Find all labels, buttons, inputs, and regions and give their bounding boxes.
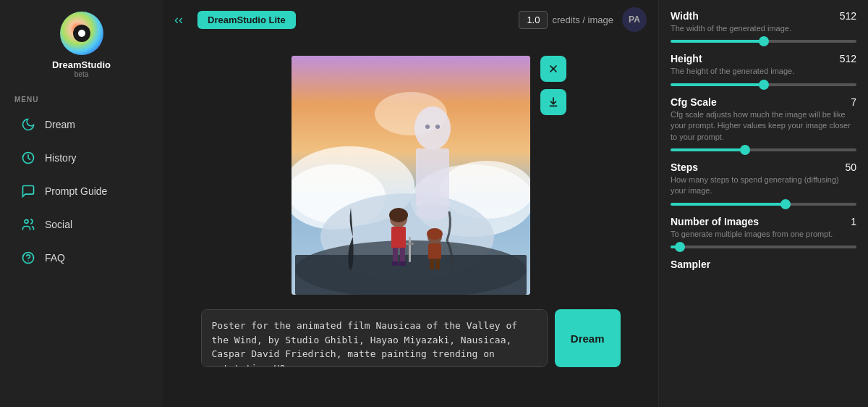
svg-point-14 <box>425 125 430 129</box>
credits-label: credits / image <box>552 14 613 25</box>
svg-rect-24 <box>399 261 406 266</box>
sidebar-item-social[interactable]: Social <box>6 209 157 240</box>
cfg-scale-slider[interactable] <box>671 148 856 151</box>
dream-button[interactable]: Dream <box>555 309 621 367</box>
cfg-scale-value: 7 <box>851 96 856 108</box>
generated-image <box>292 56 530 295</box>
width-control: Width 512 The width of the generated ima… <box>671 10 856 43</box>
svg-point-15 <box>435 125 440 129</box>
num-images-desc: To generate multiple images from one pro… <box>671 229 856 240</box>
people-icon <box>20 217 36 232</box>
app-name: DreamStudio <box>52 59 111 70</box>
svg-point-13 <box>416 203 449 220</box>
moon-icon <box>20 117 36 133</box>
header-right: 1.0 credits / image PA <box>519 7 647 32</box>
num-images-value: 1 <box>851 216 856 227</box>
main-header: ‹‹ DreamStudio Lite 1.0 credits / image … <box>163 0 658 39</box>
svg-rect-31 <box>435 259 440 269</box>
svg-rect-29 <box>428 243 441 259</box>
close-image-button[interactable] <box>540 56 566 82</box>
cfg-scale-control: Cfg Scale 7 Cfg scale adjusts how much t… <box>671 96 856 151</box>
prompt-input[interactable]: Poster for the animated film Nausicaa of… <box>201 309 548 367</box>
svg-rect-12 <box>416 148 449 206</box>
svg-point-28 <box>427 228 443 240</box>
credits-display: 1.0 credits / image <box>519 11 613 29</box>
image-container <box>292 56 530 295</box>
steps-control: Steps 50 How many steps to spend generat… <box>671 161 856 206</box>
logo-area: DreamStudio beta <box>0 0 163 87</box>
app-title: DreamStudio Lite <box>197 11 296 29</box>
main-content: ‹‹ DreamStudio Lite 1.0 credits / image … <box>163 0 658 407</box>
right-panel: Width 512 The width of the generated ima… <box>658 0 868 407</box>
height-control: Height 512 The height of the generated i… <box>671 53 856 85</box>
sidebar: DreamStudio beta MENU Dream History Prom… <box>0 0 163 407</box>
height-slider[interactable] <box>671 83 856 86</box>
sampler-control: Sampler <box>671 259 856 270</box>
width-value: 512 <box>840 10 856 22</box>
sampler-label: Sampler <box>671 259 710 270</box>
svg-point-1 <box>25 219 28 223</box>
sidebar-item-dream[interactable]: Dream <box>6 109 157 140</box>
svg-point-19 <box>389 208 408 222</box>
logo-icon <box>60 12 103 55</box>
history-nav-label: History <box>45 152 77 164</box>
image-area: Poster for the animated film Nausicaa of… <box>174 9 647 398</box>
svg-rect-30 <box>430 259 434 269</box>
sidebar-item-faq[interactable]: FAQ <box>6 243 157 273</box>
steps-value: 50 <box>845 161 856 173</box>
height-value: 512 <box>840 53 856 64</box>
svg-point-3 <box>28 261 29 261</box>
cfg-scale-label: Cfg Scale <box>671 96 717 108</box>
faq-nav-label: FAQ <box>45 252 65 264</box>
download-image-button[interactable] <box>540 89 566 115</box>
cfg-scale-desc: Cfg scale adjusts how much the image wil… <box>671 109 856 143</box>
steps-slider[interactable] <box>671 203 856 206</box>
credits-value: 1.0 <box>519 11 548 29</box>
user-avatar[interactable]: PA <box>622 7 647 32</box>
width-slider[interactable] <box>671 40 856 43</box>
svg-rect-22 <box>400 248 405 264</box>
svg-rect-25 <box>409 237 411 262</box>
app-beta: beta <box>75 70 88 78</box>
question-icon <box>20 250 36 266</box>
num-images-control: Number of Images 1 To generate multiple … <box>671 216 856 248</box>
sidebar-item-history[interactable]: History <box>6 143 157 173</box>
header-left: ‹‹ DreamStudio Lite <box>174 11 296 29</box>
height-label: Height <box>671 53 702 64</box>
dream-nav-label: Dream <box>45 119 75 130</box>
prompt-area: Poster for the animated film Nausicaa of… <box>201 303 621 373</box>
menu-label: MENU <box>0 87 163 108</box>
num-images-label: Number of Images <box>671 216 759 227</box>
chat-icon <box>20 183 36 199</box>
steps-desc: How many steps to spend generating (diff… <box>671 175 856 197</box>
svg-rect-23 <box>392 261 399 266</box>
social-nav-label: Social <box>45 219 72 230</box>
svg-rect-26 <box>406 243 414 245</box>
steps-label: Steps <box>671 161 698 173</box>
height-desc: The height of the generated image. <box>671 66 856 77</box>
width-label: Width <box>671 10 699 22</box>
clock-icon <box>20 150 36 166</box>
prompt-guide-nav-label: Prompt Guide <box>45 185 107 197</box>
sidebar-item-prompt-guide[interactable]: Prompt Guide <box>6 176 157 206</box>
collapse-button[interactable]: ‹‹ <box>174 12 183 28</box>
width-desc: The width of the generated image. <box>671 23 856 34</box>
num-images-slider[interactable] <box>671 246 856 248</box>
svg-rect-20 <box>391 227 406 248</box>
svg-point-11 <box>414 106 451 150</box>
svg-rect-21 <box>393 248 398 264</box>
